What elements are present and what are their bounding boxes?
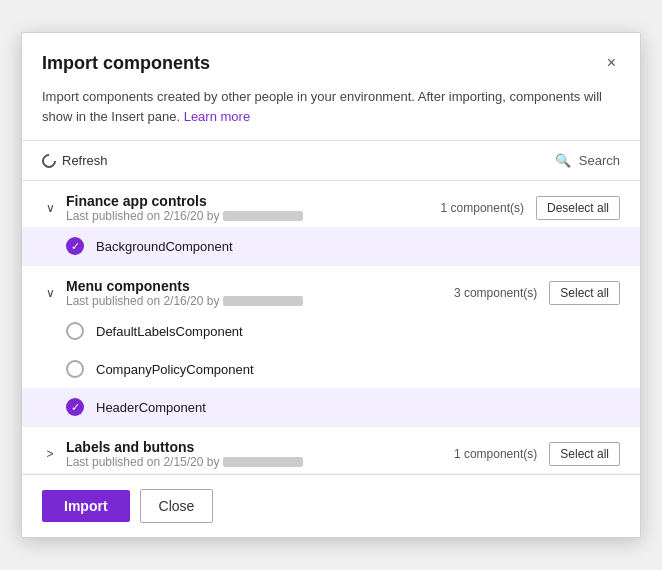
section-menu: ∨Menu componentsLast published on 2/16/2… <box>22 266 640 427</box>
search-icon: 🔍 <box>555 153 571 168</box>
component-count-menu: 3 component(s) <box>454 286 537 300</box>
component-name-backgroundcomponent: BackgroundComponent <box>96 239 233 254</box>
component-item-headercomponent[interactable]: ✓HeaderComponent <box>22 388 640 426</box>
close-footer-button[interactable]: Close <box>140 489 214 523</box>
toolbar: Refresh 🔍 Search <box>22 140 640 181</box>
refresh-button[interactable]: Refresh <box>42 149 108 172</box>
section-subtitle-menu: Last published on 2/16/20 by <box>66 294 446 308</box>
section-subtitle-finance: Last published on 2/16/20 by <box>66 209 433 223</box>
checkbox-unchecked-icon <box>66 360 84 378</box>
close-icon-button[interactable]: × <box>603 51 620 75</box>
component-name-headercomponent: HeaderComponent <box>96 400 206 415</box>
checkbox-unchecked-icon <box>66 322 84 340</box>
search-section: 🔍 Search <box>555 153 620 168</box>
checkbox-checked-icon: ✓ <box>66 237 84 255</box>
deselect-all-button-finance[interactable]: Deselect all <box>536 196 620 220</box>
modal-title: Import components <box>42 53 210 74</box>
component-item-companypolicycomponent[interactable]: CompanyPolicyComponent <box>22 350 640 388</box>
modal-overlay: Import components × Import components cr… <box>0 0 662 570</box>
modal-description: Import components created by other peopl… <box>22 87 640 140</box>
section-finance: ∨Finance app controlsLast published on 2… <box>22 181 640 266</box>
refresh-label: Refresh <box>62 153 108 168</box>
section-header-menu: ∨Menu componentsLast published on 2/16/2… <box>22 266 640 312</box>
component-item-defaultlabelscomponent[interactable]: DefaultLabelsComponent <box>22 312 640 350</box>
chevron-labels[interactable]: > <box>42 447 58 461</box>
section-actions-labels: 1 component(s)Select all <box>454 442 620 466</box>
select-all-button-labels[interactable]: Select all <box>549 442 620 466</box>
description-text: Import components created by other peopl… <box>42 89 602 124</box>
section-actions-menu: 3 component(s)Select all <box>454 281 620 305</box>
author-blurred <box>223 457 303 467</box>
search-label: Search <box>579 153 620 168</box>
import-button[interactable]: Import <box>42 490 130 522</box>
component-name-companypolicycomponent: CompanyPolicyComponent <box>96 362 254 377</box>
modal-footer: Import Close <box>22 474 640 537</box>
section-header-finance: ∨Finance app controlsLast published on 2… <box>22 181 640 227</box>
component-count-labels: 1 component(s) <box>454 447 537 461</box>
author-blurred <box>223 296 303 306</box>
section-title-labels: Labels and buttons <box>66 439 446 455</box>
learn-more-link[interactable]: Learn more <box>184 109 250 124</box>
refresh-icon <box>39 151 59 171</box>
modal-header: Import components × <box>22 33 640 87</box>
section-subtitle-labels: Last published on 2/15/20 by <box>66 455 446 469</box>
content-area: ∨Finance app controlsLast published on 2… <box>22 181 640 474</box>
section-title-menu: Menu components <box>66 278 446 294</box>
chevron-menu[interactable]: ∨ <box>42 286 58 300</box>
select-all-button-menu[interactable]: Select all <box>549 281 620 305</box>
section-title-finance: Finance app controls <box>66 193 433 209</box>
component-count-finance: 1 component(s) <box>441 201 524 215</box>
import-components-modal: Import components × Import components cr… <box>21 32 641 538</box>
section-header-labels: >Labels and buttonsLast published on 2/1… <box>22 427 640 473</box>
section-actions-finance: 1 component(s)Deselect all <box>441 196 620 220</box>
component-name-defaultlabelscomponent: DefaultLabelsComponent <box>96 324 243 339</box>
section-info-labels: Labels and buttonsLast published on 2/15… <box>66 439 446 469</box>
component-item-backgroundcomponent[interactable]: ✓BackgroundComponent <box>22 227 640 265</box>
author-blurred <box>223 211 303 221</box>
checkbox-checked-icon: ✓ <box>66 398 84 416</box>
section-info-finance: Finance app controlsLast published on 2/… <box>66 193 433 223</box>
section-info-menu: Menu componentsLast published on 2/16/20… <box>66 278 446 308</box>
chevron-finance[interactable]: ∨ <box>42 201 58 215</box>
section-labels: >Labels and buttonsLast published on 2/1… <box>22 427 640 474</box>
